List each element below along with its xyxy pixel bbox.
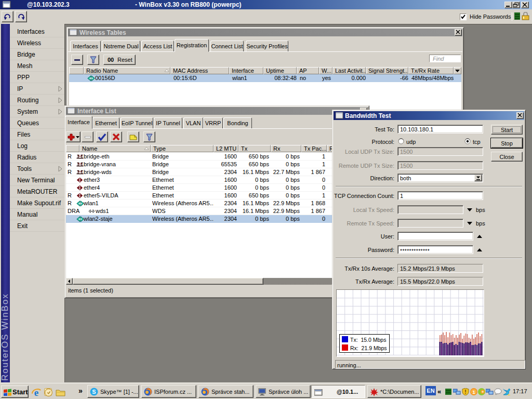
svg-text:!: ! (464, 389, 466, 395)
svg-text:1: 1 (472, 390, 475, 395)
svg-text:S: S (92, 389, 96, 395)
